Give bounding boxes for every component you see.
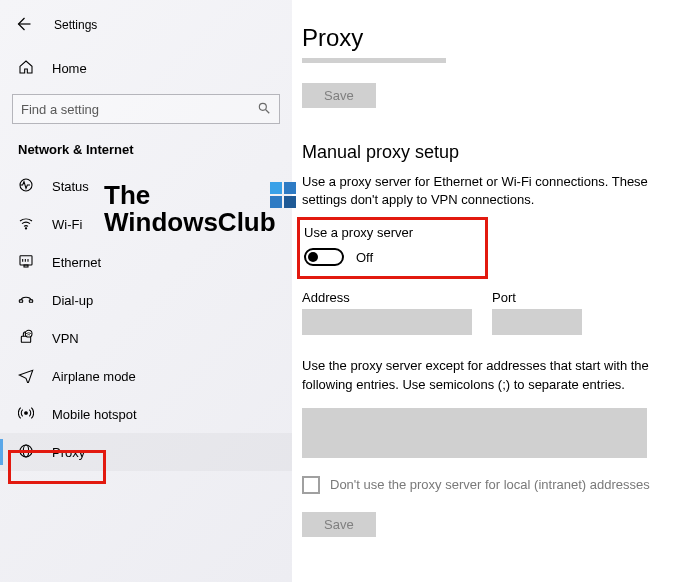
airplane-icon: [18, 367, 34, 386]
hotspot-icon: [18, 405, 34, 424]
svg-point-14: [25, 411, 28, 414]
sidebar-item-ethernet[interactable]: Ethernet: [0, 243, 292, 281]
sidebar-item-airplane[interactable]: Airplane mode: [0, 357, 292, 395]
home-icon: [18, 59, 34, 78]
progress-bar: [302, 58, 446, 63]
sidebar-item-hotspot[interactable]: Mobile hotspot: [0, 395, 292, 433]
search-box[interactable]: [12, 94, 280, 124]
port-label: Port: [492, 290, 582, 305]
sidebar-item-proxy[interactable]: Proxy: [0, 433, 292, 471]
save-button[interactable]: Save: [302, 83, 376, 108]
svg-rect-11: [29, 299, 32, 302]
vpn-icon: [18, 329, 34, 348]
search-input[interactable]: [21, 102, 241, 117]
sidebar-item-label: Airplane mode: [52, 369, 136, 384]
svg-line-2: [266, 109, 270, 113]
wifi-icon: [18, 215, 34, 234]
toggle-state: Off: [356, 250, 373, 265]
section-description: Use a proxy server for Ethernet or Wi-Fi…: [302, 173, 690, 209]
search-icon: [257, 101, 271, 118]
app-title: Settings: [54, 18, 97, 32]
sidebar-item-label: Home: [52, 61, 87, 76]
proxy-toggle[interactable]: [304, 248, 344, 266]
address-label: Address: [302, 290, 472, 305]
status-icon: [18, 177, 34, 196]
proxy-toggle-block: Use a proxy server Off: [302, 223, 483, 274]
toggle-label: Use a proxy server: [304, 225, 413, 240]
sidebar-item-home[interactable]: Home: [0, 50, 292, 86]
proxy-icon: [18, 443, 34, 462]
sidebar-item-label: Status: [52, 179, 89, 194]
sidebar: Settings Home Network & Internet Status …: [0, 0, 292, 582]
sidebar-item-label: Mobile hotspot: [52, 407, 137, 422]
save-button[interactable]: Save: [302, 512, 376, 537]
category-title: Network & Internet: [0, 124, 292, 163]
exceptions-description: Use the proxy server except for addresse…: [302, 357, 690, 393]
back-icon[interactable]: [14, 15, 32, 36]
sidebar-item-dialup[interactable]: Dial-up: [0, 281, 292, 319]
local-bypass-checkbox[interactable]: [302, 476, 320, 494]
checkbox-label: Don't use the proxy server for local (in…: [330, 477, 650, 492]
svg-rect-5: [20, 255, 32, 264]
nav-list: Status Wi-Fi Ethernet Dial-up VPN Airpla…: [0, 163, 292, 471]
port-input[interactable]: [492, 309, 582, 335]
page-title: Proxy: [302, 24, 690, 52]
sidebar-item-label: Wi-Fi: [52, 217, 82, 232]
svg-rect-6: [24, 265, 28, 267]
header: Settings: [0, 6, 292, 44]
dialup-icon: [18, 291, 34, 310]
sidebar-item-label: Proxy: [52, 445, 85, 460]
svg-point-4: [25, 227, 26, 228]
address-input[interactable]: [302, 309, 472, 335]
content-pane: Proxy Save Manual proxy setup Use a prox…: [292, 0, 700, 582]
ethernet-icon: [18, 253, 34, 272]
sidebar-item-wifi[interactable]: Wi-Fi: [0, 205, 292, 243]
sidebar-item-status[interactable]: Status: [0, 167, 292, 205]
exceptions-input[interactable]: [302, 408, 647, 458]
svg-point-1: [259, 103, 266, 110]
svg-rect-10: [19, 299, 22, 302]
sidebar-item-vpn[interactable]: VPN: [0, 319, 292, 357]
sidebar-item-label: VPN: [52, 331, 79, 346]
sidebar-item-label: Ethernet: [52, 255, 101, 270]
section-title: Manual proxy setup: [302, 142, 690, 163]
sidebar-item-label: Dial-up: [52, 293, 93, 308]
